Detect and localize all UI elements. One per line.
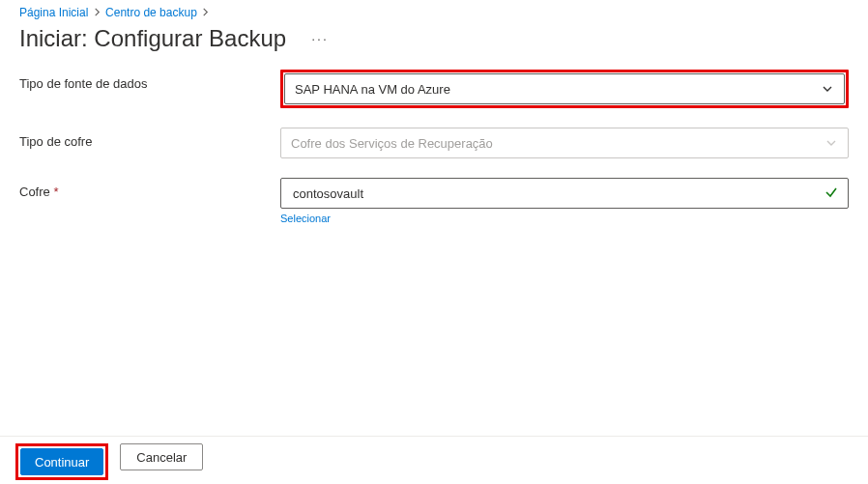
page-title: Iniciar: Configurar Backup [19, 25, 286, 52]
required-asterisk: * [53, 185, 58, 199]
chevron-right-icon [94, 6, 101, 19]
datasource-type-select[interactable]: SAP HANA na VM do Azure [284, 73, 845, 104]
chevron-down-icon [821, 82, 834, 96]
breadcrumb-backup-center[interactable]: Centro de backup [105, 6, 197, 19]
vault-type-select: Cofre dos Serviços de Recuperação [280, 128, 849, 158]
checkmark-icon [825, 185, 838, 202]
more-icon[interactable]: ··· [311, 31, 329, 46]
highlight-continue: Continuar [15, 443, 108, 480]
chevron-down-icon [825, 136, 838, 150]
cancel-button[interactable]: Cancelar [120, 443, 203, 470]
continue-button[interactable]: Continuar [20, 448, 103, 475]
vault-type-value: Cofre dos Serviços de Recuperação [291, 136, 825, 151]
chevron-right-icon [202, 6, 209, 19]
datasource-type-value: SAP HANA na VM do Azure [295, 82, 821, 97]
vault-label: Cofre * [19, 178, 280, 199]
breadcrumb: Página Inicial Centro de backup [0, 0, 868, 19]
breadcrumb-home[interactable]: Página Inicial [19, 6, 88, 19]
vault-input[interactable] [291, 185, 825, 202]
highlight-datasource: SAP HANA na VM do Azure [280, 70, 849, 108]
vault-select-link[interactable]: Selecionar [280, 213, 331, 224]
vault-input-wrap [280, 178, 849, 209]
datasource-type-label: Tipo de fonte de dados [19, 70, 280, 91]
footer-bar: Continuar Cancelar [0, 436, 868, 484]
vault-type-label: Tipo de cofre [19, 128, 280, 149]
